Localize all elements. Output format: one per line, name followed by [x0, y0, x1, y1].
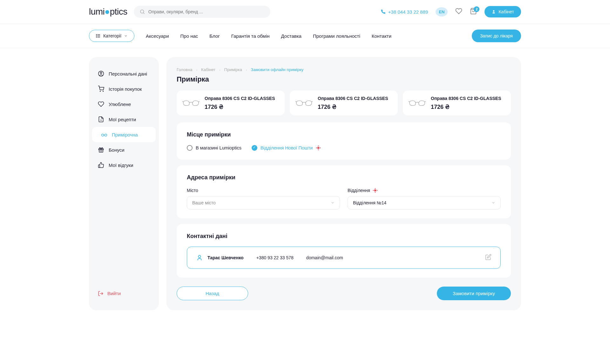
main-content: Головна› Кабінет› Примірка› Замовити офл… [166, 57, 521, 310]
svg-line-1 [143, 13, 144, 14]
contact-email: domain@mail.com [306, 255, 343, 260]
svg-point-11 [100, 72, 102, 74]
submit-button[interactable]: Замовити примірку [437, 287, 511, 300]
page-title: Примірка [177, 75, 511, 83]
back-button[interactable]: Назад [177, 287, 248, 300]
sidebar-item-label: Примірочна [112, 132, 138, 137]
product-name: Оправа 8306 CS C2 ID-GLASSES [205, 96, 275, 102]
header: lumi●ptics +38 044 33 22 889 EN 2 Кабіне… [89, 0, 521, 23]
city-select[interactable]: Ваше місто [187, 196, 340, 209]
edit-contact-button[interactable] [485, 254, 491, 261]
nav-link[interactable]: Гарантія та обмін [231, 33, 270, 39]
product-price: 1726 ₴ [205, 103, 275, 110]
svg-point-22 [198, 255, 200, 258]
main-nav: Категорії Аксесуари Про нас Блог Гаранті… [89, 24, 521, 48]
svg-point-13 [103, 91, 104, 92]
chevron-down-icon [331, 201, 335, 205]
svg-point-9 [96, 37, 97, 37]
categories-button[interactable]: Категорії [89, 30, 134, 42]
product-name: Оправа 8306 CS C2 ID-GLASSES [318, 96, 388, 102]
product-card[interactable]: Оправа 8306 CS C2 ID-GLASSES 1726 ₴ [403, 90, 511, 116]
cart-count-badge: 2 [474, 6, 479, 12]
section-title: Місце примірки [187, 131, 501, 138]
edit-icon [485, 254, 491, 260]
branch-select[interactable]: Відділення №14 [348, 196, 501, 209]
phone-link[interactable]: +38 044 33 22 889 [381, 9, 428, 15]
cabinet-button[interactable]: Кабінет [485, 6, 521, 17]
file-icon [98, 116, 104, 122]
section-title: Адреса примірки [187, 174, 501, 181]
doctor-appointment-button[interactable]: Запис до лікаря [472, 30, 521, 42]
nav-link[interactable]: Про нас [180, 33, 198, 39]
svg-point-12 [100, 91, 101, 92]
sidebar-item-label: Мої відгуки [109, 162, 133, 168]
nav-link[interactable]: Аксесуари [146, 33, 169, 39]
fitting-address-section: Адреса примірки Місто Ваше місто Відділе… [177, 165, 511, 218]
breadcrumb-current: Замовити офлайн примірку [251, 67, 304, 72]
account-sidebar: Персональні дані Історія покупок Улюблен… [89, 57, 159, 310]
search-input[interactable] [148, 9, 265, 14]
products-row: Оправа 8306 CS C2 ID-GLASSES 1726 ₴ Опра… [177, 90, 511, 116]
heart-icon [98, 101, 104, 107]
product-price: 1726 ₴ [431, 103, 501, 110]
nav-link[interactable]: Програми лояльності [313, 33, 360, 39]
sidebar-item-label: Улюблене [109, 102, 131, 107]
glasses-image [295, 97, 313, 109]
heart-icon [455, 8, 462, 15]
breadcrumb-link[interactable]: Головна [177, 67, 192, 72]
chevron-down-icon [491, 201, 495, 205]
contact-card: Тарас Шевченко +380 93 22 33 578 domain@… [187, 247, 501, 269]
product-name: Оправа 8306 CS C2 ID-GLASSES [431, 96, 501, 102]
sidebar-item-label: Мої рецепти [109, 117, 136, 122]
cart-icon [98, 86, 104, 92]
logo[interactable]: lumi●ptics [89, 7, 127, 17]
radio-option-novaposhta[interactable]: Відділення Нової Пошти [252, 145, 321, 151]
sidebar-item-bonuses[interactable]: Бонуси [89, 142, 159, 157]
sidebar-item-favorites[interactable]: Улюблене [89, 96, 159, 112]
novaposhta-icon [316, 145, 321, 150]
user-icon [491, 10, 496, 14]
sidebar-item-reviews[interactable]: Мої відгуки [89, 157, 159, 173]
gift-icon [98, 147, 104, 153]
breadcrumb-link[interactable]: Примірка [224, 67, 242, 72]
novaposhta-icon [373, 188, 378, 193]
product-card[interactable]: Оправа 8306 CS C2 ID-GLASSES 1726 ₴ [290, 90, 398, 116]
svg-point-7 [96, 34, 97, 35]
product-card[interactable]: Оправа 8306 CS C2 ID-GLASSES 1726 ₴ [177, 90, 285, 116]
cart-button[interactable]: 2 [470, 8, 477, 16]
search-bar[interactable] [134, 6, 270, 18]
glasses-image [408, 97, 426, 109]
sidebar-item-label: Історія покупок [109, 86, 142, 92]
svg-point-8 [96, 36, 97, 36]
branch-label: Відділення [348, 188, 501, 193]
favorites-button[interactable] [455, 8, 462, 16]
contact-name: Тарас Шевченко [207, 255, 244, 260]
search-icon [139, 9, 145, 15]
sidebar-item-history[interactable]: Історія покупок [89, 81, 159, 96]
logout-button[interactable]: Вийти [89, 286, 159, 301]
product-price: 1726 ₴ [318, 103, 388, 110]
form-actions: Назад Замовити примірку [177, 287, 511, 300]
glasses-icon [101, 131, 107, 138]
glasses-image [182, 97, 200, 109]
contact-phone: +380 93 22 33 578 [256, 255, 294, 260]
section-title: Контактні дані [187, 233, 501, 240]
sidebar-item-fitting[interactable]: Примірочна [92, 127, 156, 142]
nav-link[interactable]: Доставка [281, 33, 302, 39]
nav-link[interactable]: Контакти [372, 33, 391, 39]
breadcrumb-link[interactable]: Кабінет [201, 67, 215, 72]
list-icon [96, 33, 101, 38]
lang-selector[interactable]: EN [436, 7, 448, 17]
fitting-location-section: Місце примірки В магазині Lumioptics Від… [177, 122, 511, 160]
contact-section: Контактні дані Тарас Шевченко +380 93 22… [177, 224, 511, 278]
phone-icon [381, 9, 386, 14]
chevron-down-icon [124, 34, 128, 38]
sidebar-item-personal[interactable]: Персональні дані [89, 66, 159, 81]
svg-point-0 [140, 10, 144, 13]
radio-icon [187, 145, 193, 151]
nav-link[interactable]: Блог [209, 33, 220, 39]
radio-option-store[interactable]: В магазині Lumioptics [187, 145, 241, 151]
sidebar-item-recipes[interactable]: Мої рецепти [89, 112, 159, 127]
sidebar-item-label: Персональні дані [109, 71, 147, 76]
radio-checked-icon [252, 145, 257, 151]
